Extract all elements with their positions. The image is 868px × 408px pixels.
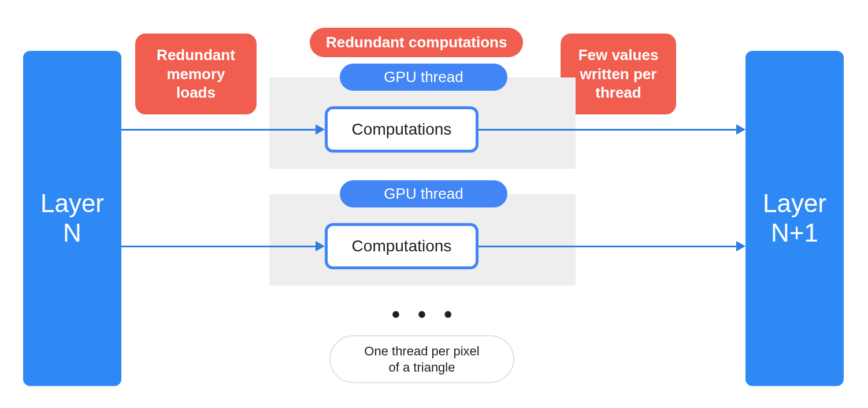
computations-box-1: Computations [325,106,478,153]
arrow-2-left [121,246,317,247]
arrow-1-left-head [316,124,325,135]
arrow-2-right [478,246,737,247]
layer-n1-line1: Layer [763,189,826,218]
layer-n1-box: Layer N+1 [745,51,844,386]
arrow-2-left-head [316,241,325,251]
callout-few-values: Few values written per thread [561,34,676,114]
arrow-2-right-head [736,241,745,251]
arrow-1-right-head [736,124,745,135]
ellipsis-dots: • • • [392,302,458,328]
layer-n-line2: N [63,218,81,248]
layer-n1-line2: N+1 [771,218,818,248]
gpu-thread-pill-1: GPU thread [340,64,507,91]
gpu-thread-pill-2: GPU thread [340,180,507,207]
arrow-1-right [478,129,737,131]
footer-caption: One thread per pixel of a triangle [329,335,514,383]
callout-redundant-computations: Redundant computations [310,28,523,57]
layer-n-box: Layer N [23,51,121,386]
computations-box-2: Computations [325,223,478,269]
callout-memory-loads: Redundant memory loads [135,34,257,114]
arrow-1-left [121,129,317,131]
layer-n-line1: Layer [40,189,104,218]
